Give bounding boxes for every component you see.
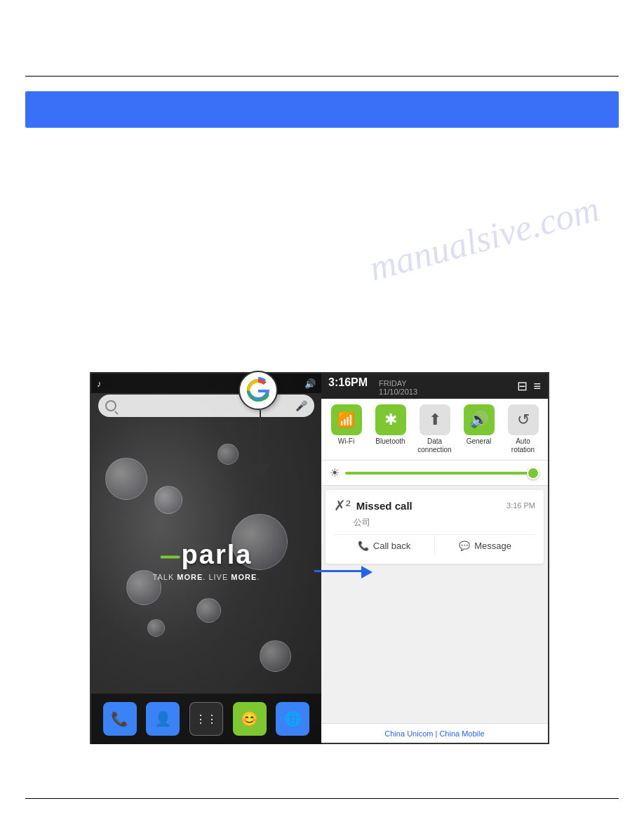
watermark: manualsive.com [365,187,603,289]
annotation-logo [239,371,278,410]
contacts-icon: 👤 [154,710,172,727]
water-drop [154,486,182,514]
qs-general[interactable]: 🔊 General [461,404,497,454]
missed-call-icon: ✗² [334,497,351,514]
apps-icon: ⋮⋮ [195,713,217,726]
status-date: 11/10/2013 [379,388,417,396]
water-drop [196,598,221,623]
dock-chat-icon[interactable]: 😊 [233,702,267,736]
autorotate-icon: ↺ [517,411,530,429]
logo-bar [161,555,180,558]
header-blue-bar [25,91,619,128]
wifi-icon: 📶 [337,411,355,428]
bottom-dock: 📞 👤 ⋮⋮ 😊 🌐 [91,694,321,744]
brightness-slider[interactable] [345,472,539,475]
carrier-bar: China Unicom | China Mobile [321,723,548,743]
browser-icon: 🌐 [284,710,302,727]
data-connection-toggle[interactable]: ⬆ [420,404,450,435]
brightness-row: ☀ [321,461,548,486]
parla-logo: parla [153,540,260,570]
settings-icon[interactable]: ⊟ [517,378,528,394]
notification-title: Missed call [356,500,412,512]
qs-autorotate[interactable]: ↺ Auto rotation [505,404,542,454]
dock-browser-icon[interactable]: 🌐 [276,702,309,736]
message-icon: 💬 [459,541,470,551]
notification-time: 3:16 PM [507,501,535,510]
missed-call-notification: ✗² Missed call 3:16 PM 公司 📞 Call back 💬 … [326,490,544,564]
quick-settings-row: 📶 Wi-Fi ✱ Bluetooth ⬆ Data connection 🔊 [321,399,548,461]
general-icon: 🔊 [469,411,488,429]
data-icon: ⬆ [429,411,441,429]
call-back-button[interactable]: 📞 Call back [334,535,435,557]
general-label: General [467,437,492,446]
message-button[interactable]: 💬 Message [435,535,535,557]
message-label: Message [474,541,511,551]
call-back-label: Call back [373,541,410,551]
wifi-toggle[interactable]: 📶 [331,404,362,435]
phone-screenshot: ♪ 🔊 🎤 parla TALK MORE. LIVE MORE. 📞 👤 [90,372,549,744]
annotation-arrow-right-line [314,570,363,572]
status-time: 3:16PM [328,376,368,389]
qs-bluetooth[interactable]: ✱ Bluetooth [373,404,409,454]
autorotate-toggle[interactable]: ↺ [508,404,539,435]
bluetooth-icon: ✱ [384,411,397,429]
notification-subtitle: 公司 [354,517,535,529]
bottom-divider [25,798,619,799]
menu-icon[interactable]: ≡ [533,379,541,394]
search-bar[interactable]: 🎤 [98,395,314,417]
wifi-label: Wi-Fi [338,437,354,446]
carrier-text: China Unicom | China Mobile [384,729,484,738]
parla-tagline: TALK MORE. LIVE MORE. [153,573,260,581]
status-bar-left: ♪ 🔊 [91,373,321,393]
annotation-arrow-down-head [251,463,271,479]
water-drop [147,619,165,637]
call-back-icon: 📞 [358,541,369,551]
brightness-thumb[interactable] [527,467,539,479]
notification-icon-area: ✗² Missed call [334,497,412,514]
data-label: Data connection [417,437,453,454]
chat-icon: 😊 [241,710,258,727]
qs-data[interactable]: ⬆ Data connection [417,404,453,454]
water-drop [260,640,291,672]
volume-status-icon: 🔊 [304,378,316,389]
notification-drawer: 3:16PM FRIDAY 11/10/2013 ⊟ ≡ 📶 Wi-Fi [321,373,548,743]
bluetooth-label: Bluetooth [375,437,405,446]
annotation-arrow-right-head [361,566,373,578]
notification-actions: 📞 Call back 💬 Message [334,534,535,557]
mic-icon: 🎤 [295,400,307,411]
top-divider [25,76,619,77]
qs-wifi[interactable]: 📶 Wi-Fi [328,404,365,454]
dock-contacts-icon[interactable]: 👤 [146,702,180,736]
status-day: FRIDAY [379,379,417,388]
status-icons-right: ⊟ ≡ [517,378,541,394]
status-bar-right: 3:16PM FRIDAY 11/10/2013 ⊟ ≡ [321,373,548,399]
parla-logo-area: parla TALK MORE. LIVE MORE. [153,540,260,581]
annotation-arrow-down-line [260,410,261,466]
phone-icon: 📞 [111,710,128,727]
autorotate-label: Auto rotation [505,437,542,454]
general-toggle[interactable]: 🔊 [464,404,495,435]
search-icon [105,400,116,411]
homescreen-panel: ♪ 🔊 🎤 parla TALK MORE. LIVE MORE. 📞 👤 [91,373,321,744]
bluetooth-toggle[interactable]: ✱ [375,404,406,435]
brightness-icon: ☀ [330,466,340,479]
dock-phone-icon[interactable]: 📞 [103,702,137,736]
water-drop [217,444,239,465]
water-drop [105,458,147,500]
music-status-icon: ♪ [97,378,102,389]
dock-apps-icon[interactable]: ⋮⋮ [189,702,223,736]
notification-header: ✗² Missed call 3:16 PM [334,497,535,514]
